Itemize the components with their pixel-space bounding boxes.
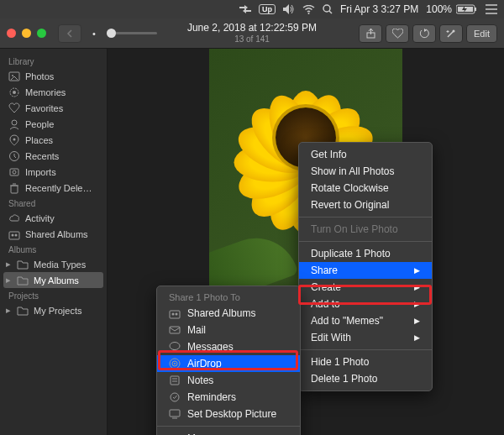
sidebar-section-head: Library xyxy=(0,54,107,68)
ctx-add-to[interactable]: Add to▶ xyxy=(299,296,432,312)
chevron-right-icon: ▸ xyxy=(5,305,12,317)
sidebar-section-head: Albums xyxy=(0,242,107,256)
sidebar-item-places[interactable]: Places xyxy=(0,132,107,148)
photo-viewer: Get InfoShow in All PhotosRotate Clockwi… xyxy=(108,49,504,435)
minimize-button[interactable] xyxy=(22,29,31,38)
sidebar-item-shared-albums[interactable]: Shared Albums xyxy=(0,226,107,242)
sidebar-item-my-albums[interactable]: ▸My Albums xyxy=(3,272,103,288)
zoom-out-button[interactable]: • xyxy=(87,24,102,43)
ctx-add-to-memes-[interactable]: Add to "Memes"▶ xyxy=(299,312,432,329)
ctx-delete-photo[interactable]: Delete 1 Photo xyxy=(299,370,432,387)
sidebar-section-head: Projects xyxy=(0,288,107,302)
auto-enhance-button[interactable] xyxy=(439,24,463,43)
ctx-create[interactable]: Create▶ xyxy=(299,279,432,296)
photo-counter: 13 of 141 xyxy=(187,34,317,45)
svg-rect-40 xyxy=(170,327,180,333)
submenu-arrow-icon: ▶ xyxy=(414,283,420,291)
sidebar-item-recently-dele-[interactable]: Recently Dele… xyxy=(0,180,107,196)
imports-icon xyxy=(8,166,20,178)
sidebar-item-label: Favorites xyxy=(25,103,63,113)
ctx-revert-to-original[interactable]: Revert to Original xyxy=(299,197,432,213)
ctx-edit-with[interactable]: Edit With▶ xyxy=(299,329,432,346)
close-button[interactable] xyxy=(7,29,16,38)
sidebar-item-photos[interactable]: Photos xyxy=(0,68,107,84)
sidebar-item-label: Places xyxy=(25,135,53,145)
heart-icon xyxy=(8,102,20,114)
svg-rect-29 xyxy=(10,169,18,176)
svg-point-41 xyxy=(170,343,180,350)
notification-center-icon[interactable] xyxy=(486,4,497,14)
menu-separator xyxy=(299,217,432,218)
menubar-datetime[interactable]: Fri Apr 3 3:27 PM xyxy=(340,3,418,15)
sidebar-item-favorites[interactable]: Favorites xyxy=(0,100,107,116)
shared-icon xyxy=(169,307,181,319)
ctx-rotate-clockwise[interactable]: Rotate Clockwise xyxy=(299,180,432,197)
ctx-hide-photo[interactable]: Hide 1 Photo xyxy=(299,354,432,370)
share-button[interactable] xyxy=(359,24,382,43)
sidebar-item-memories[interactable]: Memories xyxy=(0,84,107,100)
sidebar-item-activity[interactable]: Activity xyxy=(0,210,107,226)
share-reminders[interactable]: Reminders xyxy=(157,389,300,406)
submenu-arrow-icon: ▶ xyxy=(414,333,420,342)
volume-icon[interactable] xyxy=(283,4,295,14)
ctx-get-info[interactable]: Get Info xyxy=(299,146,432,163)
ctx-share[interactable]: Share▶ xyxy=(299,262,432,279)
share-more[interactable]: More… xyxy=(157,430,300,435)
ctx-item-label: Get Info xyxy=(311,149,347,160)
edit-button[interactable]: Edit xyxy=(466,24,497,43)
sidebar-item-label: Imports xyxy=(25,167,56,177)
trash-icon xyxy=(8,182,20,194)
svg-rect-9 xyxy=(475,8,476,11)
sidebar-item-people[interactable]: People xyxy=(0,116,107,132)
share-mail[interactable]: Mail xyxy=(157,322,300,338)
ctx-item-label: Hide 1 Photo xyxy=(311,356,369,368)
sidebar-item-label: Activity xyxy=(25,213,55,223)
submenu-head: Share 1 Photo To xyxy=(157,290,300,305)
share-item-label: Mail xyxy=(187,324,206,336)
mail-icon xyxy=(169,324,181,336)
svg-point-19 xyxy=(453,29,455,32)
sidebar-item-media-types[interactable]: ▸Media Types xyxy=(0,256,107,272)
sidebar-item-recents[interactable]: Recents xyxy=(0,148,107,164)
reminders-icon xyxy=(169,391,181,403)
rotate-button[interactable] xyxy=(412,24,436,43)
svg-point-45 xyxy=(174,363,176,364)
wifi-icon[interactable] xyxy=(302,5,315,14)
ctx-show-in-all-photos[interactable]: Show in All Photos xyxy=(299,163,432,180)
sidebar-item-label: People xyxy=(25,119,54,129)
svg-point-36 xyxy=(15,233,18,236)
share-item-label: Messages xyxy=(187,341,234,353)
share-notes[interactable]: Notes xyxy=(157,372,300,389)
sidebar-item-imports[interactable]: Imports xyxy=(0,164,107,180)
submenu-arrow-icon: ▶ xyxy=(414,266,420,275)
traffic-lights[interactable] xyxy=(7,29,46,38)
airdrop-icon xyxy=(169,358,181,369)
svg-point-39 xyxy=(176,313,178,316)
submenu-arrow-icon: ▶ xyxy=(414,300,420,308)
search-icon[interactable] xyxy=(323,4,333,14)
share-airdrop[interactable]: AirDrop xyxy=(157,355,300,372)
back-button[interactable] xyxy=(58,24,81,43)
ctx-duplicate-photo[interactable]: Duplicate 1 Photo xyxy=(299,245,432,262)
sidebar-item-my-projects[interactable]: ▸My Projects xyxy=(0,302,107,318)
menu-separator xyxy=(299,241,432,242)
submenu-arrow-icon: ▶ xyxy=(414,317,420,325)
share-shared-albums[interactable]: Shared Albums xyxy=(157,305,300,322)
toolbar-title: June 2, 2018 at 12:22:59 PM 13 of 141 xyxy=(187,23,317,45)
share-messages[interactable]: Messages xyxy=(157,338,300,355)
share-item-label: Shared Albums xyxy=(187,307,255,319)
battery-status[interactable]: 100% xyxy=(426,3,478,15)
photos-window: • June 2, 2018 at 12:22:59 PM 13 of 141 … xyxy=(0,18,504,435)
zoom-slider[interactable] xyxy=(107,32,157,34)
ctx-item-label: Delete 1 Photo xyxy=(311,373,377,385)
up-badge-icon: Up xyxy=(259,4,276,14)
sidebar-item-label: Memories xyxy=(25,87,66,97)
messages-icon xyxy=(169,341,181,353)
share-submenu: Share 1 Photo ToShared AlbumsMailMessage… xyxy=(156,286,301,435)
svg-point-6 xyxy=(323,5,330,12)
favorite-button[interactable] xyxy=(386,24,409,43)
share-set-desktop-picture[interactable]: Set Desktop Picture xyxy=(157,406,300,422)
fullscreen-button[interactable] xyxy=(37,29,46,38)
ctx-item-label: Turn On Live Photo xyxy=(311,223,398,235)
ctx-item-label: Share xyxy=(311,265,338,276)
